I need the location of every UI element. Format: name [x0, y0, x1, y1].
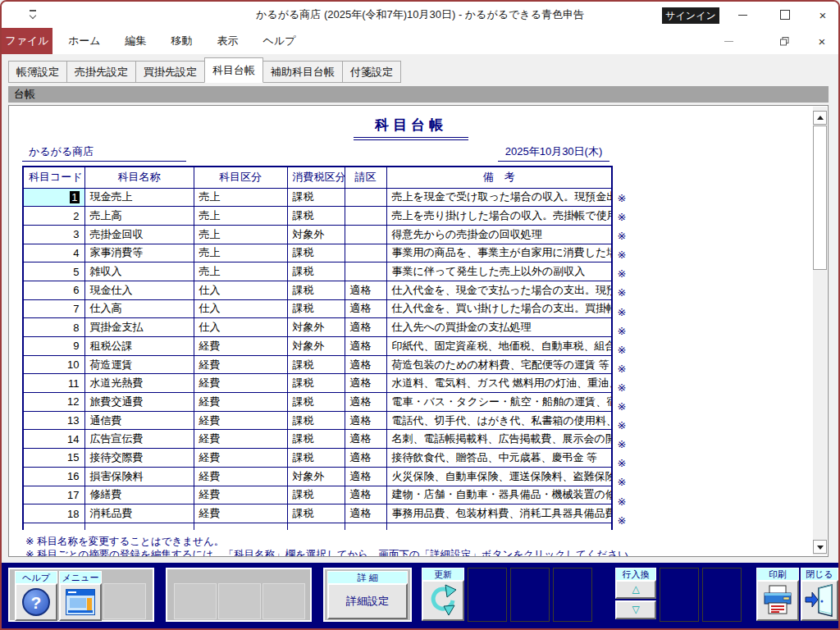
cell-category[interactable]: 経費	[194, 374, 287, 393]
vertical-scrollbar[interactable]	[813, 107, 827, 555]
cell-tax-class[interactable]: 課税	[287, 355, 345, 374]
cell-memo[interactable]: 得意先からの売掛金の回収処理	[386, 225, 612, 244]
cell-tax-class[interactable]: 課税	[287, 430, 345, 449]
cell-account-code[interactable]: 12	[23, 393, 84, 412]
cell-category[interactable]: 経費	[194, 337, 287, 356]
settings-tab[interactable]: 買掛先設定	[135, 61, 205, 83]
quick-access-dropdown-icon[interactable]	[28, 10, 38, 20]
cell-category[interactable]: 仕入	[194, 299, 287, 318]
doc-restore-button[interactable]	[766, 28, 802, 54]
cell-category[interactable]: 経費	[194, 486, 287, 504]
cell-category[interactable]: 仕入	[194, 318, 287, 337]
cell-account-code[interactable]: 11	[23, 374, 84, 393]
cell-tax-class[interactable]: 課税	[287, 486, 345, 504]
cell-memo[interactable]: 名刺、電話帳掲載料、広告掲載費、展示会の開催費	[386, 430, 612, 449]
cell-tax-class[interactable]: 課税	[287, 374, 345, 393]
cell-memo[interactable]: 火災保険、自動車保険、運送保険料、盗難保険料	[386, 467, 612, 486]
settings-tab[interactable]: 売掛先設定	[66, 61, 136, 83]
minimize-button[interactable]	[724, 2, 761, 28]
cell-account-code[interactable]: 2	[23, 207, 84, 226]
cell-account-name[interactable]: 租税公課	[84, 337, 194, 356]
maximize-button[interactable]	[766, 2, 804, 28]
cell-account-code[interactable]: 5	[23, 262, 84, 281]
cell-invoice-class[interactable]: 適格	[345, 374, 386, 393]
cell-tax-class[interactable]: 課税	[287, 207, 345, 226]
cell-account-code[interactable]: 6	[23, 281, 84, 299]
cell-tax-class[interactable]: 対象外	[287, 467, 345, 486]
cell-account-code[interactable]: 15	[23, 449, 84, 468]
cell-account-code[interactable]: 14	[23, 430, 84, 449]
cell-tax-class[interactable]: 課税	[287, 281, 345, 299]
cell-memo[interactable]: 印紙代、固定資産税、地価税、自動車税、組合費、	[386, 337, 612, 356]
close-window-button[interactable]	[801, 580, 838, 621]
cell-tax-class[interactable]: 課税	[287, 449, 345, 468]
cell-invoice-class[interactable]	[345, 244, 386, 262]
cell-account-name[interactable]: 雑収入	[84, 262, 194, 281]
settings-tab[interactable]: 付箋設定	[342, 61, 401, 83]
cell-tax-class[interactable]: 課税	[287, 411, 345, 430]
cell-tax-class[interactable]: 課税	[287, 262, 345, 281]
close-button[interactable]: ×	[804, 2, 840, 28]
cell-account-name[interactable]: 広告宣伝費	[84, 430, 194, 449]
cell-invoice-class[interactable]	[345, 225, 386, 244]
cell-tax-class[interactable]: 課税	[287, 299, 345, 318]
cell-memo[interactable]: 電話代、切手代、はがき代、私書箱の使用料、パソ	[386, 411, 612, 430]
cell-memo[interactable]: 売上を現金で受け取った場合の収入。現預金出納帳	[386, 188, 612, 207]
cell-account-name[interactable]: 買掛金支払	[84, 318, 194, 337]
cell-account-name[interactable]: 損害保険料	[84, 467, 194, 486]
menu-item[interactable]: ホーム	[56, 28, 113, 54]
cell-tax-class[interactable]: 課税	[287, 244, 345, 262]
cell-account-name[interactable]: 売掛金回収	[84, 225, 194, 244]
cell-category[interactable]: 仕入	[194, 281, 287, 299]
cell-account-code[interactable]: 8	[23, 318, 84, 337]
cell-account-code[interactable]: 7	[23, 299, 84, 318]
cell-category[interactable]: 売上	[194, 262, 287, 281]
cell-account-code[interactable]: 17	[23, 486, 84, 504]
cell-memo[interactable]: 仕入先への買掛金の支払処理	[386, 318, 612, 337]
cell-account-code[interactable]: 9	[23, 337, 84, 356]
cell-account-name[interactable]: 消耗品費	[84, 504, 194, 523]
cell-invoice-class[interactable]: 適格	[345, 449, 386, 468]
cell-account-name[interactable]: 家事消費等	[84, 244, 194, 262]
cell-category[interactable]: 売上	[194, 225, 287, 244]
cell-category[interactable]: 売上	[194, 188, 287, 207]
cell-tax-class[interactable]: 課税	[287, 504, 345, 523]
cell-tax-class[interactable]: 課税	[287, 393, 345, 412]
cell-memo[interactable]: 事業に伴って発生した売上以外の副収入	[386, 262, 612, 281]
cell-account-name[interactable]: 通信費	[84, 411, 194, 430]
cell-category[interactable]: 経費	[194, 393, 287, 412]
cell-memo[interactable]: 仕入代金を、現金で支払った場合の支出。現預金出	[386, 281, 612, 299]
cell-invoice-class[interactable]	[345, 262, 386, 281]
scroll-up-button[interactable]	[813, 111, 827, 125]
cell-category[interactable]: 経費	[194, 449, 287, 468]
print-button[interactable]	[756, 580, 799, 621]
cell-account-name[interactable]: 接待交際費	[84, 449, 194, 468]
signin-button[interactable]: サインイン	[662, 7, 719, 24]
help-button[interactable]: ?	[15, 583, 57, 621]
cell-account-code[interactable]: 4	[23, 244, 84, 262]
cell-account-code[interactable]: 3	[23, 225, 84, 244]
update-button[interactable]	[422, 580, 464, 621]
cell-invoice-class[interactable]	[345, 207, 386, 226]
cell-account-code[interactable]: 13	[23, 411, 84, 430]
settings-tab[interactable]: 補助科目台帳	[262, 61, 343, 83]
cell-invoice-class[interactable]: 適格	[345, 467, 386, 486]
doc-close-button[interactable]: ×	[804, 28, 840, 54]
cell-memo[interactable]: 建物・店舗・自動車・器具備品・機械装置の修繕費	[386, 486, 612, 504]
cell-invoice-class[interactable]: 適格	[345, 355, 386, 374]
cell-account-name[interactable]: 修繕費	[84, 486, 194, 504]
row-move-up-button[interactable]: △	[615, 580, 656, 599]
cell-invoice-class[interactable]: 適格	[345, 337, 386, 356]
cell-account-name[interactable]: 売上高	[84, 207, 194, 226]
cell-invoice-class[interactable]: 適格	[345, 504, 386, 523]
cell-category[interactable]: 売上	[194, 244, 287, 262]
cell-tax-class[interactable]: 対象外	[287, 337, 345, 356]
cell-category[interactable]: 売上	[194, 207, 287, 226]
menu-item[interactable]: 表示	[205, 28, 251, 54]
detail-settings-button[interactable]: 詳細設定	[327, 583, 408, 619]
cell-memo[interactable]: 売上を売り掛けした場合の収入。売掛帳で使用しま	[386, 207, 612, 226]
cell-invoice-class[interactable]: 適格	[345, 393, 386, 412]
cell-account-name[interactable]: 荷造運賃	[84, 355, 194, 374]
cell-account-code[interactable]: 1	[23, 188, 84, 207]
cell-tax-class[interactable]: 対象外	[287, 318, 345, 337]
